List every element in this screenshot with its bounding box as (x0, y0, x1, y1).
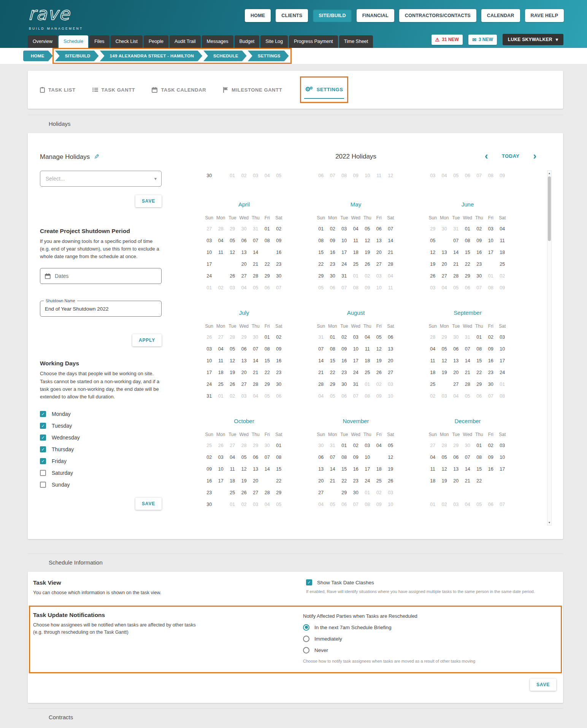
calendar-day[interactable]: 29 (338, 487, 350, 498)
calendar-day[interactable]: 05 (385, 439, 397, 451)
scroll-down-icon[interactable]: ▼ (547, 520, 551, 525)
calendar-day[interactable]: 11 (215, 246, 227, 258)
calendar-day[interactable]: 13 (315, 463, 327, 475)
calendar-day[interactable]: 13 (250, 463, 262, 475)
calendar-day[interactable]: 01 (315, 223, 327, 235)
calendar-day[interactable]: 22 (473, 475, 485, 487)
calendar-day[interactable]: 04 (227, 451, 238, 463)
calendar-day[interactable]: 05 (273, 170, 285, 181)
calendar-day[interactable]: 27 (450, 487, 462, 498)
calendar-day[interactable]: 29 (250, 439, 262, 451)
calendar-day[interactable]: 03 (497, 439, 508, 451)
sub-nav-people[interactable]: People (144, 35, 168, 48)
calendar-day[interactable]: 02 (327, 223, 339, 235)
calendar-day[interactable]: 25 (427, 487, 439, 498)
today-button[interactable]: TODAY (502, 153, 520, 159)
calendar-day[interactable]: 13 (450, 463, 462, 475)
calendar-day[interactable]: 22 (327, 366, 339, 378)
calendar-day[interactable]: 02 (439, 498, 451, 510)
calendar-day[interactable]: 29 (315, 270, 327, 282)
calendar-day[interactable]: 16 (473, 246, 485, 258)
calendar-day[interactable]: 26 (215, 439, 227, 451)
calendar-day[interactable]: 24 (362, 475, 373, 487)
calendar-day[interactable]: 05 (262, 390, 273, 402)
calendar-day[interactable]: 21 (315, 366, 327, 378)
calendar-day[interactable]: 06 (462, 170, 474, 181)
schedule-information-save-button[interactable]: SAVE (530, 679, 556, 691)
working-day-monday[interactable]: ✓Monday (40, 408, 162, 420)
calendar-day[interactable]: 01 (227, 170, 238, 181)
calendar-day[interactable]: 20 (450, 366, 462, 378)
calendar-day[interactable]: 26 (227, 270, 238, 282)
calendar-day[interactable]: 06 (450, 343, 462, 355)
sub-nav-time-sheet[interactable]: Time Sheet (339, 35, 373, 48)
calendar-day[interactable]: 14 (327, 463, 339, 475)
calendar-day[interactable]: 13 (439, 246, 451, 258)
calendar-day[interactable]: 05 (473, 498, 485, 510)
shutdown-dates-input[interactable]: Dates (40, 268, 162, 284)
calendar-day[interactable]: 11 (373, 451, 385, 463)
calendar-day[interactable]: 06 (238, 343, 250, 355)
calendar-day[interactable]: 30 (462, 439, 474, 451)
calendar-day[interactable]: 23 (473, 258, 485, 270)
calendar-day[interactable]: 03 (338, 223, 350, 235)
calendar-day[interactable]: 23 (350, 475, 362, 487)
calendar-day[interactable]: 20 (385, 355, 397, 366)
calendar-day[interactable]: 08 (485, 170, 497, 181)
working-day-saturday[interactable]: Saturday (40, 467, 162, 479)
calendar-day[interactable]: 07 (327, 170, 339, 181)
calendar-day[interactable]: 04 (462, 498, 474, 510)
calendar-day[interactable]: 05 (462, 390, 474, 402)
calendar-day[interactable]: 27 (227, 439, 238, 451)
calendar-day[interactable]: 16 (273, 355, 285, 366)
calendar-day[interactable]: 08 (485, 282, 497, 293)
calendar-day[interactable]: 11 (427, 463, 439, 475)
calendar-day[interactable]: 04 (385, 270, 397, 282)
calendar-day[interactable]: 13 (450, 355, 462, 366)
calendar-day[interactable]: 03 (227, 282, 238, 293)
calendar-day[interactable]: 04 (262, 170, 273, 181)
calendar-day[interactable]: 09 (373, 390, 385, 402)
calendar-day[interactable]: 28 (227, 331, 238, 343)
calendar-day[interactable]: 25 (497, 258, 508, 270)
sub-nav-progress-payment[interactable]: Progress Payment (289, 35, 338, 48)
calendar-day[interactable]: 24 (338, 258, 350, 270)
calendar-day[interactable]: 04 (262, 498, 273, 510)
calendar-day[interactable]: 07 (473, 282, 485, 293)
calendar-day[interactable]: 30 (315, 439, 327, 451)
calendar-day[interactable]: 18 (362, 355, 373, 366)
messages-badge[interactable]: ✉ 3 NEW (468, 35, 497, 45)
tab-task-list[interactable]: TASK LIST (40, 87, 76, 93)
calendar-day[interactable]: 01 (462, 223, 474, 235)
prev-month-icon[interactable]: ‹ (485, 152, 488, 160)
calendar-day[interactable]: 12 (227, 246, 238, 258)
calendar-day[interactable]: 05 (250, 282, 262, 293)
calendar-day[interactable]: 25 (427, 378, 439, 390)
calendar-day[interactable]: 30 (485, 378, 497, 390)
calendar-day[interactable]: 01 (262, 223, 273, 235)
calendar-day[interactable]: 21 (462, 366, 474, 378)
calendar-day[interactable]: 15 (327, 355, 339, 366)
calendar-day[interactable]: 21 (262, 475, 273, 487)
calendar-day[interactable]: 30 (262, 439, 273, 451)
top-nav-financial[interactable]: FINANCIAL (357, 9, 394, 22)
sub-nav-check-list[interactable]: Check List (111, 35, 143, 48)
calendar-day[interactable]: 05 (439, 451, 451, 463)
calendar-day[interactable]: 01 (473, 439, 485, 451)
calendar-day[interactable]: 06 (315, 170, 327, 181)
calendar-day[interactable]: 28 (238, 439, 250, 451)
top-nav-contractors-contacts[interactable]: CONTRACTORS/CONTACTS (399, 9, 476, 22)
calendar-day[interactable]: 06 (273, 390, 285, 402)
calendar-day[interactable]: 10 (373, 282, 385, 293)
calendar-day[interactable]: 04 (497, 223, 508, 235)
calendar-day[interactable]: 29 (427, 223, 439, 235)
calendar-day[interactable]: 29 (450, 439, 462, 451)
calendar-day[interactable]: 10 (485, 235, 497, 246)
calendar-day[interactable]: 11 (350, 235, 362, 246)
calendar-day[interactable]: 09 (203, 463, 215, 475)
calendar-day[interactable]: 06 (315, 451, 327, 463)
calendar-day[interactable]: 03 (203, 235, 215, 246)
calendar-day[interactable]: 04 (373, 439, 385, 451)
calendar-day[interactable]: 05 (373, 331, 385, 343)
calendar-day[interactable]: 14 (450, 246, 462, 258)
